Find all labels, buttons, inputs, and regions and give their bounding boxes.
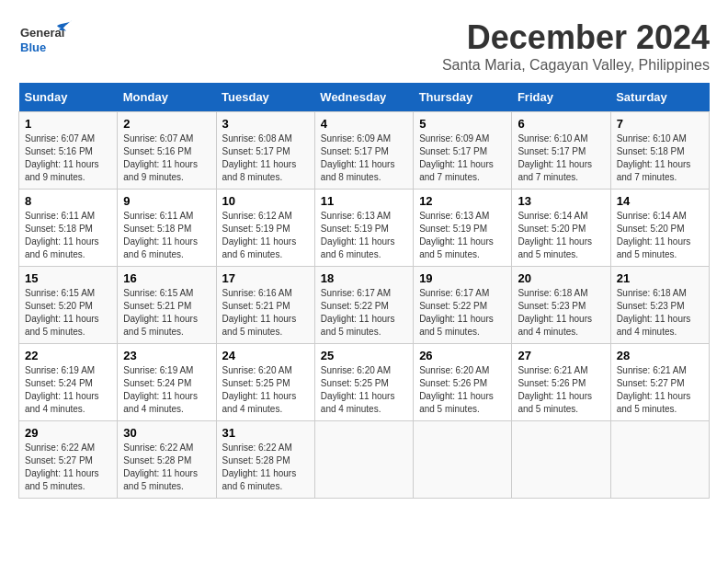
day-info: Sunrise: 6:18 AMSunset: 5:23 PMDaylight:… bbox=[518, 287, 604, 339]
day-number: 22 bbox=[25, 349, 111, 362]
day-info: Sunrise: 6:13 AMSunset: 5:19 PMDaylight:… bbox=[321, 210, 407, 261]
day-number: 13 bbox=[518, 194, 604, 208]
day-number: 30 bbox=[123, 426, 210, 440]
day-info: Sunrise: 6:14 AMSunset: 5:20 PMDaylight:… bbox=[518, 210, 604, 261]
calendar-cell: 12Sunrise: 6:13 AMSunset: 5:19 PMDayligh… bbox=[414, 190, 512, 267]
day-number: 15 bbox=[25, 271, 111, 285]
day-info: Sunrise: 6:21 AMSunset: 5:27 PMDaylight:… bbox=[617, 364, 703, 416]
calendar-header: SundayMondayTuesdayWednesdayThursdayFrid… bbox=[19, 83, 710, 112]
day-number: 31 bbox=[222, 426, 309, 440]
calendar-cell: 16Sunrise: 6:15 AMSunset: 5:21 PMDayligh… bbox=[118, 267, 216, 344]
day-info: Sunrise: 6:20 AMSunset: 5:25 PMDaylight:… bbox=[321, 364, 407, 416]
day-number: 7 bbox=[617, 117, 703, 131]
day-info: Sunrise: 6:21 AMSunset: 5:26 PMDaylight:… bbox=[518, 364, 604, 416]
day-info: Sunrise: 6:17 AMSunset: 5:22 PMDaylight:… bbox=[419, 287, 506, 339]
calendar-cell: 3Sunrise: 6:08 AMSunset: 5:17 PMDaylight… bbox=[216, 112, 314, 190]
header-cell-sunday: Sunday bbox=[19, 83, 118, 112]
logo: General Blue bbox=[18, 18, 74, 63]
calendar-cell: 21Sunrise: 6:18 AMSunset: 5:23 PMDayligh… bbox=[610, 267, 709, 344]
day-number: 6 bbox=[518, 117, 604, 131]
calendar-cell: 11Sunrise: 6:13 AMSunset: 5:19 PMDayligh… bbox=[314, 190, 413, 267]
day-number: 25 bbox=[321, 349, 407, 362]
calendar-cell bbox=[414, 421, 512, 499]
day-info: Sunrise: 6:19 AMSunset: 5:24 PMDaylight:… bbox=[123, 364, 210, 416]
day-info: Sunrise: 6:13 AMSunset: 5:19 PMDaylight:… bbox=[419, 210, 506, 261]
day-info: Sunrise: 6:10 AMSunset: 5:17 PMDaylight:… bbox=[518, 132, 604, 184]
day-number: 12 bbox=[419, 194, 506, 208]
header-cell-thursday: Thursday bbox=[414, 83, 512, 112]
calendar-cell: 24Sunrise: 6:20 AMSunset: 5:25 PMDayligh… bbox=[216, 344, 314, 421]
calendar-cell: 31Sunrise: 6:22 AMSunset: 5:28 PMDayligh… bbox=[216, 421, 314, 499]
page-subtitle: Santa Maria, Cagayan Valley, Philippines bbox=[442, 57, 710, 74]
calendar-cell: 9Sunrise: 6:11 AMSunset: 5:18 PMDaylight… bbox=[118, 190, 216, 267]
calendar-cell: 10Sunrise: 6:12 AMSunset: 5:19 PMDayligh… bbox=[216, 190, 314, 267]
title-section: December 2024 Santa Maria, Cagayan Valle… bbox=[442, 18, 710, 74]
calendar-table: SundayMondayTuesdayWednesdayThursdayFrid… bbox=[18, 83, 710, 499]
day-info: Sunrise: 6:20 AMSunset: 5:26 PMDaylight:… bbox=[419, 364, 506, 416]
calendar-cell: 5Sunrise: 6:09 AMSunset: 5:17 PMDaylight… bbox=[414, 112, 512, 190]
day-number: 1 bbox=[25, 117, 111, 131]
week-row-2: 8Sunrise: 6:11 AMSunset: 5:18 PMDaylight… bbox=[19, 190, 710, 267]
calendar-cell: 19Sunrise: 6:17 AMSunset: 5:22 PMDayligh… bbox=[414, 267, 512, 344]
day-info: Sunrise: 6:22 AMSunset: 5:27 PMDaylight:… bbox=[25, 442, 111, 493]
calendar-cell: 20Sunrise: 6:18 AMSunset: 5:23 PMDayligh… bbox=[512, 267, 610, 344]
calendar-cell: 28Sunrise: 6:21 AMSunset: 5:27 PMDayligh… bbox=[610, 344, 709, 421]
day-info: Sunrise: 6:07 AMSunset: 5:16 PMDaylight:… bbox=[123, 132, 210, 184]
header-cell-tuesday: Tuesday bbox=[216, 83, 314, 112]
day-number: 27 bbox=[518, 349, 604, 362]
day-number: 4 bbox=[321, 117, 407, 131]
page-title: December 2024 bbox=[442, 18, 710, 57]
calendar-cell: 4Sunrise: 6:09 AMSunset: 5:17 PMDaylight… bbox=[314, 112, 413, 190]
day-info: Sunrise: 6:20 AMSunset: 5:25 PMDaylight:… bbox=[222, 364, 309, 416]
svg-text:General: General bbox=[20, 26, 64, 40]
day-info: Sunrise: 6:09 AMSunset: 5:17 PMDaylight:… bbox=[419, 132, 506, 184]
day-info: Sunrise: 6:15 AMSunset: 5:20 PMDaylight:… bbox=[25, 287, 111, 339]
calendar-cell: 22Sunrise: 6:19 AMSunset: 5:24 PMDayligh… bbox=[19, 344, 118, 421]
calendar-cell: 27Sunrise: 6:21 AMSunset: 5:26 PMDayligh… bbox=[512, 344, 610, 421]
day-number: 23 bbox=[123, 349, 210, 362]
calendar-cell: 30Sunrise: 6:22 AMSunset: 5:28 PMDayligh… bbox=[118, 421, 216, 499]
day-info: Sunrise: 6:22 AMSunset: 5:28 PMDaylight:… bbox=[123, 442, 210, 493]
calendar-body: 1Sunrise: 6:07 AMSunset: 5:16 PMDaylight… bbox=[19, 112, 710, 499]
day-info: Sunrise: 6:15 AMSunset: 5:21 PMDaylight:… bbox=[123, 287, 210, 339]
week-row-1: 1Sunrise: 6:07 AMSunset: 5:16 PMDaylight… bbox=[19, 112, 710, 190]
calendar-cell: 13Sunrise: 6:14 AMSunset: 5:20 PMDayligh… bbox=[512, 190, 610, 267]
day-number: 10 bbox=[222, 194, 309, 208]
calendar-cell: 14Sunrise: 6:14 AMSunset: 5:20 PMDayligh… bbox=[610, 190, 709, 267]
day-number: 24 bbox=[222, 349, 309, 362]
day-info: Sunrise: 6:17 AMSunset: 5:22 PMDaylight:… bbox=[321, 287, 407, 339]
calendar-cell: 8Sunrise: 6:11 AMSunset: 5:18 PMDaylight… bbox=[19, 190, 118, 267]
day-info: Sunrise: 6:22 AMSunset: 5:28 PMDaylight:… bbox=[222, 442, 309, 493]
day-number: 19 bbox=[419, 271, 506, 285]
calendar-cell: 7Sunrise: 6:10 AMSunset: 5:18 PMDaylight… bbox=[610, 112, 709, 190]
calendar-cell: 23Sunrise: 6:19 AMSunset: 5:24 PMDayligh… bbox=[118, 344, 216, 421]
svg-text:Blue: Blue bbox=[20, 40, 46, 54]
day-info: Sunrise: 6:19 AMSunset: 5:24 PMDaylight:… bbox=[25, 364, 111, 416]
day-number: 5 bbox=[419, 117, 506, 131]
calendar-cell: 15Sunrise: 6:15 AMSunset: 5:20 PMDayligh… bbox=[19, 267, 118, 344]
day-info: Sunrise: 6:09 AMSunset: 5:17 PMDaylight:… bbox=[321, 132, 407, 184]
day-number: 14 bbox=[617, 194, 703, 208]
calendar-cell: 17Sunrise: 6:16 AMSunset: 5:21 PMDayligh… bbox=[216, 267, 314, 344]
day-number: 17 bbox=[222, 271, 309, 285]
day-number: 3 bbox=[222, 117, 309, 131]
day-number: 11 bbox=[321, 194, 407, 208]
week-row-5: 29Sunrise: 6:22 AMSunset: 5:27 PMDayligh… bbox=[19, 421, 710, 499]
day-number: 29 bbox=[25, 426, 111, 440]
calendar-cell bbox=[314, 421, 413, 499]
calendar-cell: 29Sunrise: 6:22 AMSunset: 5:27 PMDayligh… bbox=[19, 421, 118, 499]
day-info: Sunrise: 6:07 AMSunset: 5:16 PMDaylight:… bbox=[25, 132, 111, 184]
day-number: 9 bbox=[123, 194, 210, 208]
calendar-cell: 26Sunrise: 6:20 AMSunset: 5:26 PMDayligh… bbox=[414, 344, 512, 421]
page-header: General Blue December 2024 Santa Maria, … bbox=[18, 18, 710, 74]
logo-icon: General Blue bbox=[18, 18, 74, 60]
day-number: 28 bbox=[617, 349, 703, 362]
day-info: Sunrise: 6:08 AMSunset: 5:17 PMDaylight:… bbox=[222, 132, 309, 184]
day-info: Sunrise: 6:14 AMSunset: 5:20 PMDaylight:… bbox=[617, 210, 703, 261]
header-cell-monday: Monday bbox=[118, 83, 216, 112]
day-info: Sunrise: 6:11 AMSunset: 5:18 PMDaylight:… bbox=[123, 210, 210, 261]
header-cell-wednesday: Wednesday bbox=[314, 83, 413, 112]
calendar-cell bbox=[610, 421, 709, 499]
day-number: 8 bbox=[25, 194, 111, 208]
calendar-cell: 6Sunrise: 6:10 AMSunset: 5:17 PMDaylight… bbox=[512, 112, 610, 190]
